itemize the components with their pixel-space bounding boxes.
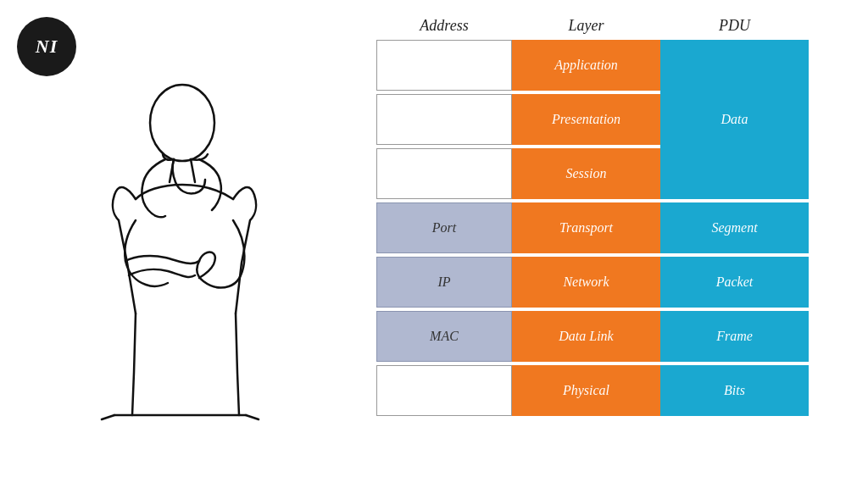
row-physical: Physical Bits — [376, 365, 851, 416]
row-data-link: MAC Data Link Frame — [376, 311, 851, 362]
person-illustration: .line { fill: none; stroke: #111; stroke… — [17, 51, 339, 466]
layer-data-link: Data Link — [512, 311, 660, 362]
layer-presentation: Presentation — [512, 94, 660, 145]
svg-line-4 — [102, 415, 114, 419]
pdu-segment: Segment — [660, 202, 809, 253]
svg-line-2 — [191, 159, 195, 182]
pdu-frame: Frame — [660, 311, 809, 362]
address-physical — [376, 365, 512, 416]
upper-left-cols: Application Presentation Session — [376, 40, 660, 199]
address-transport: Port — [376, 202, 512, 253]
address-network: IP — [376, 257, 512, 308]
row-transport: Port Transport Segment — [376, 202, 851, 253]
svg-line-5 — [246, 415, 259, 419]
header-address: Address — [376, 17, 512, 35]
address-application — [376, 40, 512, 91]
header-pdu: PDU — [660, 17, 809, 35]
address-presentation — [376, 94, 512, 145]
row-network: IP Network Packet — [376, 257, 851, 308]
table-headers: Address Layer PDU — [376, 17, 851, 35]
address-data-link: MAC — [376, 311, 512, 362]
layer-physical: Physical — [512, 365, 660, 416]
row-session: Session — [376, 148, 660, 199]
pdu-data: Data — [660, 40, 809, 199]
layer-session: Session — [512, 148, 660, 199]
layer-application: Application — [512, 40, 660, 91]
osi-table: Address Layer PDU Application Presentati… — [376, 17, 851, 419]
layer-transport: Transport — [512, 202, 660, 253]
row-presentation: Presentation — [376, 94, 660, 145]
address-session — [376, 148, 512, 199]
layer-network: Network — [512, 257, 660, 308]
pdu-bits: Bits — [660, 365, 809, 416]
header-layer: Layer — [512, 17, 660, 35]
upper-layers-group: Application Presentation Session Data — [376, 40, 851, 199]
row-application: Application — [376, 40, 660, 91]
pdu-packet: Packet — [660, 257, 809, 308]
svg-point-0 — [150, 85, 214, 161]
